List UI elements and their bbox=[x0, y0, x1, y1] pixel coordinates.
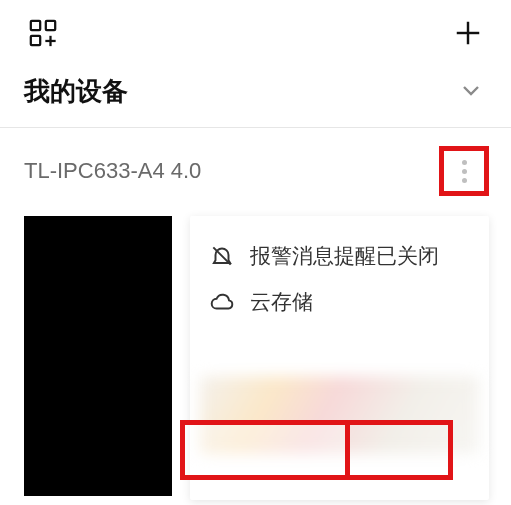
device-body: 报警消息提醒已关闭 云存储 bbox=[24, 216, 489, 500]
grid-add-icon[interactable] bbox=[28, 18, 58, 52]
add-device-icon[interactable] bbox=[453, 18, 483, 52]
cloud-icon bbox=[208, 289, 236, 315]
menu-item-label: 报警消息提醒已关闭 bbox=[250, 242, 439, 270]
chevron-down-icon[interactable] bbox=[459, 78, 483, 106]
bell-off-icon bbox=[208, 243, 236, 269]
highlight-segment bbox=[345, 420, 453, 480]
more-vertical-icon[interactable] bbox=[462, 160, 467, 183]
highlight-box bbox=[180, 420, 453, 480]
top-bar bbox=[0, 0, 511, 60]
svg-rect-2 bbox=[46, 21, 55, 30]
section-title: 我的设备 bbox=[24, 74, 128, 109]
menu-item-alert[interactable]: 报警消息提醒已关闭 bbox=[206, 234, 473, 284]
svg-rect-1 bbox=[31, 36, 40, 45]
device-thumbnail[interactable] bbox=[24, 216, 172, 496]
menu-item-cloud[interactable]: 云存储 bbox=[206, 284, 473, 330]
highlight-segment bbox=[180, 420, 350, 480]
device-menu-popover: 报警消息提醒已关闭 云存储 bbox=[190, 216, 489, 500]
menu-item-label: 云存储 bbox=[250, 288, 313, 316]
svg-rect-0 bbox=[31, 21, 40, 30]
section-header[interactable]: 我的设备 bbox=[0, 60, 511, 128]
device-name: TL-IPC633-A4 4.0 bbox=[24, 158, 201, 184]
device-more-highlight bbox=[439, 146, 489, 196]
device-card: TL-IPC633-A4 4.0 报警消息提醒已关闭 bbox=[0, 128, 511, 500]
device-header: TL-IPC633-A4 4.0 bbox=[24, 146, 489, 196]
